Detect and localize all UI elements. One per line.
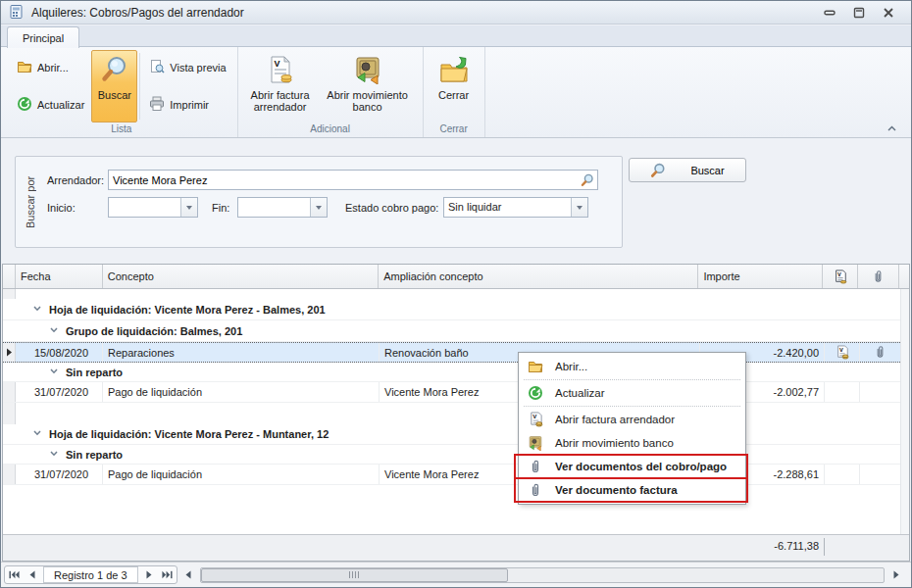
spacer-row	[3, 403, 902, 424]
search-panel-side-label: Buscar por	[18, 157, 43, 247]
paperclip-icon[interactable]	[860, 343, 901, 362]
lookup-magnifier-icon[interactable]	[578, 173, 597, 187]
last-record-icon[interactable]	[161, 567, 174, 582]
abrir-factura-button[interactable]: V Abrir factura arrendador	[246, 50, 315, 122]
scroll-left-icon[interactable]	[182, 567, 195, 582]
column-header-factura-icon[interactable]: V	[823, 265, 858, 288]
abrir-movimiento-button[interactable]: Abrir movimiento banco	[321, 50, 415, 122]
collapse-ribbon-icon[interactable]	[884, 122, 899, 134]
estado-combo[interactable]: Sin liquidar	[443, 197, 588, 218]
chevron-down-icon[interactable]	[49, 449, 59, 461]
abrir-button[interactable]: Abrir...	[14, 57, 87, 78]
search-panel: Buscar por Arrendador: Inicio: Fin: Esta…	[15, 156, 623, 248]
chevron-down-icon[interactable]	[310, 198, 327, 217]
cerrar-button[interactable]: Cerrar	[429, 50, 480, 122]
column-header-fecha[interactable]: Fecha	[16, 265, 103, 288]
menu-item-ver-documentos-cobro-pago[interactable]: Ver documentos del cobro/pago	[521, 455, 743, 478]
group-row[interactable]: Hoja de liquidación: Vicente Mora Perez …	[3, 299, 902, 320]
group-row[interactable]: Hoja de liquidación: Vicente Mora Perez …	[3, 424, 902, 445]
group-inner-separator	[139, 53, 140, 120]
group-row[interactable]: Sin reparto	[3, 445, 902, 465]
safe-icon	[527, 435, 544, 451]
cell-fecha: 31/07/2020	[16, 382, 103, 402]
factura-icon[interactable]: V	[825, 343, 860, 362]
first-record-icon[interactable]	[8, 567, 21, 582]
group-row[interactable]: Grupo de liquidación: Balmes, 201	[3, 320, 902, 342]
menu-item-abrir-factura[interactable]: V Abrir factura arrendador	[521, 408, 743, 431]
row-arrow-icon	[6, 348, 13, 357]
scroll-right-icon[interactable]	[889, 570, 903, 579]
cell-clip-empty	[860, 382, 901, 402]
group-caption-cerrar: Cerrar	[424, 122, 484, 137]
header-filler	[899, 265, 909, 288]
inicio-label: Inicio:	[47, 202, 108, 214]
table-row[interactable]: 31/07/2020 Pago de liquidación Vicente M…	[3, 465, 902, 485]
header-gutter	[3, 265, 16, 288]
table-row[interactable]: 31/07/2020 Pago de liquidación Vicente M…	[3, 382, 902, 403]
chevron-down-icon[interactable]	[32, 304, 42, 316]
fin-combo[interactable]	[237, 197, 328, 218]
chevron-down-icon[interactable]	[180, 198, 197, 217]
cell-fecha: 15/08/2020	[16, 343, 103, 362]
next-record-icon[interactable]	[143, 567, 156, 582]
grid-header: Fecha Concepto Ampliación concepto Impor…	[3, 265, 909, 289]
close-folder-icon	[439, 55, 469, 86]
menu-item-abrir-movimiento[interactable]: Abrir movimiento banco	[521, 431, 743, 455]
column-header-importe[interactable]: Importe	[698, 265, 823, 288]
cell-concepto: Pago de liquidación	[103, 465, 380, 484]
group-row[interactable]: Sin reparto	[3, 363, 902, 382]
table-row-selected[interactable]: 15/08/2020 Reparaciones Renovación baño …	[3, 342, 902, 363]
scrollbar-thumb[interactable]	[201, 568, 508, 582]
column-header-concepto[interactable]: Concepto	[103, 265, 379, 288]
app-window: Alquileres: Cobros/Pagos del arrendador …	[0, 0, 912, 588]
menu-item-actualizar[interactable]: Actualizar	[521, 381, 743, 405]
window-title: Alquileres: Cobros/Pagos del arrendador	[31, 6, 244, 20]
horizontal-scrollbar[interactable]	[200, 567, 885, 583]
group-caption-lista: Lista	[6, 122, 237, 137]
cell-factura-empty	[825, 465, 860, 484]
actualizar-button[interactable]: Actualizar	[14, 94, 87, 116]
minimize-icon[interactable]	[823, 6, 836, 20]
arrendador-field	[108, 170, 598, 190]
safe-icon	[353, 55, 382, 86]
column-header-ampliacion[interactable]: Ampliación concepto	[379, 265, 698, 288]
menu-item-abrir[interactable]: Abrir...	[521, 355, 743, 378]
paperclip-icon	[527, 483, 544, 498]
refresh-icon	[527, 385, 544, 401]
chevron-down-icon[interactable]	[32, 428, 42, 440]
total-importe: -6.711,38	[700, 538, 825, 556]
chevron-down-icon[interactable]	[571, 198, 587, 217]
chevron-down-icon[interactable]	[49, 325, 59, 337]
tab-principal[interactable]: Principal	[7, 26, 79, 48]
record-counter: Registro 1 de 3	[43, 566, 138, 583]
ribbon-group-adicional: V Abrir factura arrendador Abrir movimie…	[238, 47, 424, 137]
cell-factura-empty	[825, 382, 860, 402]
svg-text:V: V	[274, 59, 279, 69]
folder-open-icon	[17, 59, 32, 76]
printer-icon	[149, 96, 165, 114]
inicio-combo[interactable]	[108, 197, 198, 218]
vista-previa-button[interactable]: Vista previa	[146, 57, 228, 78]
restore-icon[interactable]	[852, 6, 866, 20]
imprimir-button[interactable]: Imprimir	[146, 94, 228, 116]
arrendador-label: Arrendador:	[47, 174, 108, 186]
chevron-down-icon[interactable]	[49, 367, 59, 378]
close-icon[interactable]	[882, 6, 895, 20]
magnifier-icon	[637, 163, 687, 178]
results-grid: Fecha Concepto Ampliación concepto Impor…	[2, 264, 910, 562]
refresh-icon	[17, 96, 32, 114]
cell-clip-empty	[860, 465, 901, 484]
record-navigator: Registro 1 de 3	[4, 565, 177, 584]
menu-item-ver-documento-factura[interactable]: Ver documento factura	[521, 478, 743, 502]
titlebar: Alquileres: Cobros/Pagos del arrendador	[1, 1, 911, 24]
column-header-paperclip-icon[interactable]	[858, 265, 899, 288]
arrendador-input[interactable]	[109, 171, 578, 189]
buscar-panel-button[interactable]: Buscar	[629, 158, 746, 182]
previous-record-icon[interactable]	[25, 567, 38, 582]
spacer-row	[3, 289, 902, 299]
buscar-ribbon-button[interactable]: Buscar	[91, 50, 137, 122]
paperclip-icon	[527, 460, 544, 474]
ribbon-tabstrip: Principal	[1, 25, 911, 47]
invoice-icon: V	[266, 55, 295, 86]
magnifier-icon	[100, 55, 129, 86]
